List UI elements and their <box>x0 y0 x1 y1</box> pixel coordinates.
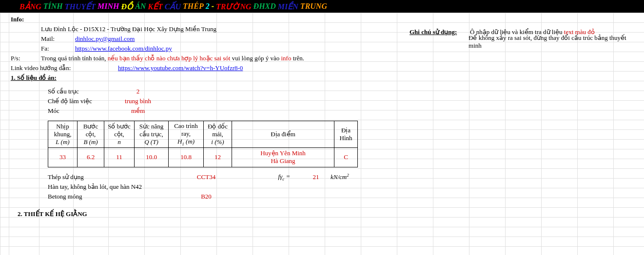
param-list: Số cầu trục2Chế độ làm việctrung bìnhMóc… <box>48 87 644 116</box>
table-header: Cao trìnhray,H1 (m) <box>169 121 204 148</box>
table-cell[interactable]: 12 <box>204 147 232 167</box>
fy-value[interactable]: 21 <box>301 173 331 181</box>
section-1-title: 1. Số liệu đồ án: <box>9 74 59 82</box>
table-cell[interactable]: 10.0 <box>135 147 169 167</box>
table-header: Độ dốcmái,i (%) <box>204 121 232 148</box>
table-header: Bướccột,B (m) <box>78 121 104 148</box>
usage-label: Ghi chú sử dụng: <box>410 28 468 36</box>
steel-value[interactable]: CCT34 <box>189 173 223 181</box>
section-2-title: 2. THIẾT KẾ HỆ GIẰNG <box>18 210 644 218</box>
table-cell[interactable]: Huyện Yên MinhHà Giang <box>232 147 334 167</box>
weld-text: Hàn tay, không bản lót, que hàn N42 <box>48 183 189 191</box>
fy-unit: kN/cm2 <box>331 173 360 181</box>
info-label: Info: <box>9 16 26 23</box>
concrete-label: Betong móng <box>48 193 189 200</box>
table-cell[interactable]: 33 <box>48 147 78 167</box>
table-cell[interactable]: 10.8 <box>169 147 204 167</box>
ps-text: Trong quá trình tính toán, nếu bạn thấy … <box>39 55 306 62</box>
table-header: ĐịaHình <box>334 121 358 148</box>
data-table: Nhịpkhung,L (m)Bướccột,B (m)Số bướccột,n… <box>48 121 358 167</box>
mail-link[interactable]: dinhloc.py@gmail.com <box>73 35 137 43</box>
param-label: Chế độ làm việc <box>48 97 116 105</box>
table-header: Nhịpkhung,L (m) <box>48 121 78 148</box>
table-header: Số bướccột,n <box>104 121 135 148</box>
table-cell[interactable]: 11 <box>104 147 135 167</box>
param-value[interactable]: 2 <box>116 88 160 95</box>
usage-notes: Ghi chú sử dụng: Ô nhập dữ liệu và kiểm … <box>410 27 639 47</box>
facebook-link[interactable]: https://www.facebook.com/dinhloc.py <box>73 45 174 53</box>
usage-line2: Để không xảy ra sai sót, đừng thay đổi c… <box>467 34 639 50</box>
mail-label: Mail: <box>39 35 73 43</box>
steel-label: Thép sử dụng <box>48 173 189 181</box>
table-header: Địa điểm <box>232 121 334 148</box>
table-cell[interactable]: C <box>334 147 358 167</box>
param-label: Móc <box>48 107 116 115</box>
title-banner: BẢNG TÍNH THUYẾT MINH ĐỒ ÁN KẾT CẤU THÉP… <box>0 0 644 13</box>
table-cell[interactable]: 6.2 <box>78 147 104 167</box>
video-label: Link video hướng dẫn: <box>9 64 116 72</box>
content-area: Info: Lưu Đình Lộc - D15X12 - Trường Đại… <box>0 13 644 218</box>
table-header: Sức nângcầu trục,Q (T) <box>135 121 169 148</box>
fy-symbol: fγc = <box>267 173 301 182</box>
materials-block: Thép sử dụng CCT34 fγc = 21 kN/cm2 Hàn t… <box>48 172 644 201</box>
param-label: Số cầu trục <box>48 88 116 95</box>
param-value[interactable]: mềm <box>116 107 160 115</box>
param-value[interactable]: trung bình <box>116 97 160 105</box>
youtube-link[interactable]: https://www.youtube.com/watch?v=h-YUofzr… <box>116 64 245 72</box>
fa-label: Fa: <box>39 45 73 53</box>
author-line: Lưu Đình Lộc - D15X12 - Trường Đại Học X… <box>39 25 218 33</box>
concrete-value[interactable]: B20 <box>189 193 223 200</box>
ps-label: P/s: <box>9 55 39 62</box>
